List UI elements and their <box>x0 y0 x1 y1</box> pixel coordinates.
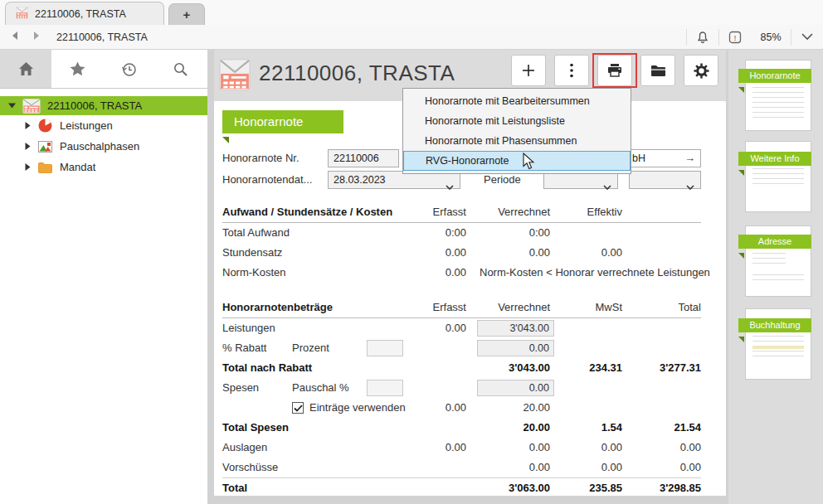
thumbnail-lines <box>752 351 804 361</box>
zoom-level[interactable]: 85% <box>751 32 791 43</box>
cell-erfasst: 0:00 <box>446 223 466 243</box>
print-dropdown-menu: Honorarnote mit Bearbeitersummen Honorar… <box>402 88 631 174</box>
tab-history[interactable] <box>103 50 154 88</box>
tree-item-pauschalphasen[interactable]: Pauschalphasen <box>0 136 207 157</box>
cell-mwst: 235.85 <box>589 478 622 498</box>
tree-item-leistungen[interactable]: Leistungen <box>0 115 207 136</box>
col-verrechnet: Verrechnet <box>498 298 550 317</box>
row-label: Leistungen <box>222 318 275 338</box>
tree-item-label: Mandat <box>60 161 95 173</box>
row-label: Total nach Rabatt <box>222 358 312 378</box>
svg-text:!: ! <box>734 33 737 41</box>
col-erfasst: Erfasst <box>433 202 466 222</box>
eintraege-checkbox[interactable] <box>292 402 304 414</box>
tree-root-item[interactable]: 22110006, TRASTA <box>0 96 207 115</box>
norm-kosten-note: Norm-Kosten < Honorar verrechnete Leistu… <box>480 263 710 283</box>
row-label: Total <box>222 478 247 498</box>
new-tab-button[interactable]: + <box>168 3 205 25</box>
history-icon <box>121 61 137 77</box>
menu-item-rvg-honorarnote[interactable]: RVG-Honorarnote <box>403 151 631 171</box>
navigation-bar: 22110006, TRASTA ! 85% <box>0 25 823 50</box>
menu-item-bearbeitersummen[interactable]: Honorarnote mit Bearbeitersummen <box>403 91 631 111</box>
cell-verrechnet: 3'063.00 <box>509 478 550 498</box>
cell-mwst: 0.00 <box>601 458 622 477</box>
period-select-2[interactable] <box>629 171 701 189</box>
thumbnail-highlight-row <box>752 346 804 349</box>
invoice-file-icon <box>22 99 41 114</box>
nr-input[interactable]: 22110006 <box>328 149 399 167</box>
rabatt-prozent-input[interactable] <box>367 340 403 356</box>
breadcrumb: 22110006, TRASTA <box>56 32 148 43</box>
ribbon-fold <box>738 249 744 261</box>
cell-total: 3'277.31 <box>660 358 701 378</box>
row-spesen: Spesen Pauschal % 0.00 <box>214 378 726 398</box>
cell-verrechnet: 20.00 <box>523 398 550 418</box>
chevron-down-icon <box>603 178 611 195</box>
col-verrechnet: Verrechnet <box>498 202 550 222</box>
date-value: 28.03.2023 <box>334 174 386 186</box>
notifications-bell-icon[interactable] <box>687 31 718 44</box>
cell-verrechnet: 0:00 <box>529 223 550 243</box>
card-ribbon-buchhaltung[interactable]: Buchhaltung <box>738 318 811 332</box>
tab-search[interactable] <box>154 50 206 88</box>
page-title: 22110006, TRASTA <box>259 61 455 86</box>
tree-root-label: 22110006, TRASTA <box>47 99 142 112</box>
documents-button[interactable] <box>640 55 675 86</box>
cell-mwst: 1.54 <box>601 418 622 438</box>
expander-closed-icon <box>25 122 31 129</box>
forward-button[interactable] <box>32 31 41 43</box>
navigation-tree: 22110006, TRASTA Leistungen Pauschalphas… <box>0 96 207 177</box>
section-banner: Honorarnote <box>222 110 343 133</box>
chevron-down-icon[interactable] <box>791 33 823 41</box>
menu-item-leistungsliste[interactable]: Honorarnote mit Leistungsliste <box>403 111 631 131</box>
annotation-highlight-box <box>592 53 637 88</box>
cell-total: 21.54 <box>674 418 701 438</box>
sidebar-tabs <box>0 50 207 89</box>
leistungen-amount-field[interactable]: 3'043.00 <box>477 320 554 337</box>
more-actions-button[interactable] <box>554 55 589 86</box>
chevron-down-icon <box>446 178 454 195</box>
cell-mwst: 0.00 <box>601 438 622 458</box>
section-title: Aufwand / Stundensätze / Kosten <box>222 202 392 222</box>
back-button[interactable] <box>10 31 20 43</box>
star-icon <box>70 61 85 75</box>
tab-title: 22110006, TRASTA <box>35 8 126 20</box>
tab-favorites[interactable] <box>51 50 103 88</box>
checkmark-icon <box>294 405 303 412</box>
add-button[interactable] <box>511 55 546 86</box>
settings-button[interactable] <box>684 55 718 86</box>
rabatt-amount-field[interactable]: 0.00 <box>477 340 554 356</box>
ribbon-fold <box>738 332 744 345</box>
tree-item-label: Pauschalphasen <box>60 140 139 153</box>
search-icon <box>173 61 188 77</box>
cell-verrechnet: 20.00 <box>523 418 550 438</box>
row-leistungen: Leistungen 0.00 3'043.00 <box>214 318 726 338</box>
aufwand-header: Aufwand / Stundensätze / Kosten Erfasst … <box>214 202 726 222</box>
spesen-pauschal-input[interactable] <box>367 380 403 396</box>
card-ribbon-adresse[interactable]: Adresse <box>738 235 811 249</box>
row-vorschuesse: Vorschüsse 0.00 0.00 0.00 <box>214 458 726 477</box>
info-icon[interactable]: ! <box>719 31 751 44</box>
thumbnail-lines <box>752 253 786 268</box>
checkbox-label: Einträge verwenden <box>309 398 406 418</box>
cell-verrechnet: 3'043.00 <box>509 358 550 378</box>
ribbon-fold <box>738 83 744 95</box>
invoice-header-icon <box>219 59 251 93</box>
goto-arrow-icon[interactable]: → <box>684 150 695 167</box>
spesen-amount-field[interactable]: 0.00 <box>477 380 554 396</box>
menu-item-phasensummen[interactable]: Honorarnote mit Phasensummen <box>403 131 631 151</box>
card-ribbon-honorarnote[interactable]: Honorarnote <box>738 69 811 83</box>
right-preview-panel: Honorarnote Weitere Info Adresse Buchhal… <box>728 50 823 504</box>
card-ribbon-weitere-info[interactable]: Weitere Info <box>738 152 811 166</box>
col-total: Total <box>679 298 701 317</box>
tab-active[interactable]: 22110006, TRASTA <box>5 2 164 25</box>
betraege-header: Honorarnotenbeträge Erfasst Verrechnet M… <box>214 298 726 317</box>
home-icon <box>19 62 33 75</box>
tab-home[interactable] <box>0 50 51 88</box>
chevron-down-icon <box>686 178 694 195</box>
date-label: Honorarnotendat... <box>222 171 312 189</box>
tree-item-mandat[interactable]: Mandat <box>0 157 207 177</box>
table-row: Stundensatz 0.00 0.00 0.00 <box>214 243 726 263</box>
col-erfasst: Erfasst <box>433 298 466 317</box>
row-label: Total Spesen <box>222 418 289 438</box>
